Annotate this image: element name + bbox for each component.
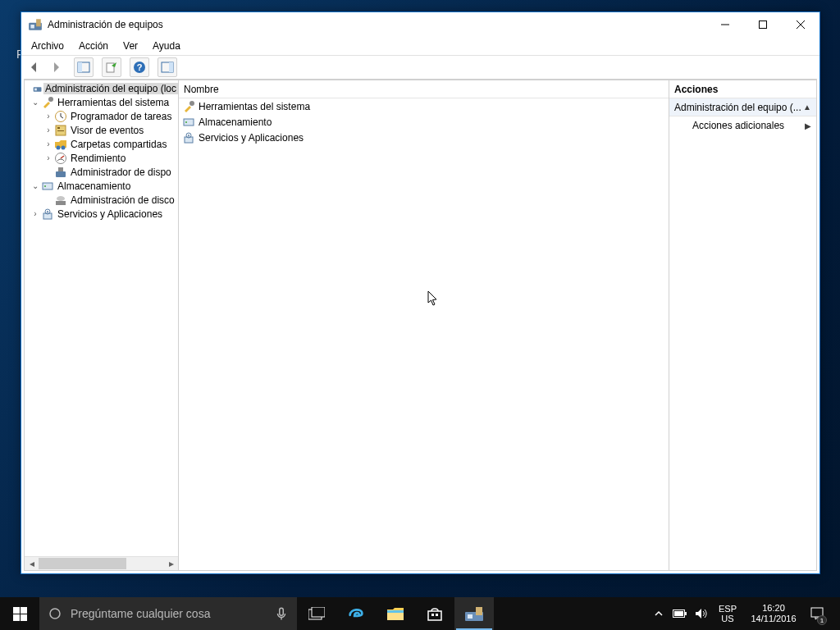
svg-rect-46 (431, 614, 434, 616)
expander-closed-icon[interactable]: › (43, 153, 54, 162)
taskbar: Pregúntame cualquier cosa ESP US 16:20 1… (0, 597, 840, 630)
chevron-right-icon: ▶ (805, 121, 811, 130)
svg-point-30 (189, 101, 194, 106)
svg-point-40 (50, 609, 60, 619)
list-pane[interactable]: Nombre Herramientas del sistema Almacena… (179, 80, 669, 571)
svg-rect-47 (436, 614, 438, 616)
svg-point-13 (48, 97, 53, 102)
app-icon (28, 17, 43, 32)
svg-point-32 (185, 121, 187, 123)
clock-icon (54, 110, 67, 123)
computer-management-icon (33, 82, 42, 95)
task-view-button[interactable] (297, 597, 336, 630)
actions-pane: Acciones Administración del equipo (... … (669, 80, 817, 571)
actions-adicionales[interactable]: Acciones adicionales ▶ (669, 116, 816, 135)
tree-visor[interactable]: › Visor de eventos (25, 123, 178, 137)
tree-rendimiento[interactable]: › Rendimiento (25, 151, 178, 165)
svg-rect-12 (34, 89, 37, 91)
microphone-icon[interactable] (274, 606, 289, 621)
expander-open-icon[interactable]: ⌄ (30, 181, 41, 190)
tray-battery-icon[interactable] (671, 597, 689, 630)
tree-almacenamiento[interactable]: ⌄ Almacenamiento (25, 179, 178, 193)
performance-icon (54, 152, 67, 165)
svg-rect-43 (312, 607, 325, 617)
tray-notifications[interactable]: 1 (806, 597, 829, 630)
svg-rect-5 (78, 62, 82, 72)
menu-ver[interactable]: Ver (116, 39, 144, 53)
storage-icon (41, 180, 54, 193)
actions-header: Acciones (669, 80, 816, 98)
show-hide-tree-button[interactable] (74, 57, 94, 77)
tray-overflow[interactable] (650, 597, 668, 630)
svg-rect-23 (43, 183, 52, 189)
tree-discos[interactable]: › Administración de disco (25, 193, 178, 207)
expander-open-icon[interactable]: ⌄ (30, 98, 41, 107)
menubar: Archivo Acción Ver Ayuda (21, 37, 819, 55)
svg-point-26 (57, 196, 65, 201)
expander-closed-icon[interactable]: › (43, 126, 54, 135)
search-placeholder: Pregúntame cualquier cosa (71, 607, 210, 620)
list-item-herramientas[interactable]: Herramientas del sistema (179, 98, 669, 114)
scroll-right-icon[interactable]: ▸ (164, 557, 178, 570)
menu-archivo[interactable]: Archivo (25, 39, 71, 53)
svg-rect-38 (13, 614, 20, 621)
actions-group[interactable]: Administración del equipo (... ▲ (669, 98, 816, 116)
tree-horizontal-scrollbar[interactable]: ◂ ▸ (25, 556, 178, 570)
menu-accion[interactable]: Acción (72, 39, 115, 53)
menu-ayuda[interactable]: Ayuda (146, 39, 187, 53)
svg-point-29 (47, 211, 48, 212)
svg-point-19 (62, 145, 66, 149)
tree-programador[interactable]: › Programador de tareas (25, 109, 178, 123)
titlebar[interactable]: Administración de equipos (21, 12, 819, 37)
svg-rect-25 (56, 201, 66, 205)
svg-rect-1 (30, 25, 34, 29)
scroll-left-icon[interactable]: ◂ (25, 557, 39, 570)
services-icon (182, 131, 195, 144)
svg-rect-16 (57, 127, 60, 129)
expander-closed-icon[interactable]: › (43, 139, 54, 148)
list-item-servicios[interactable]: Servicios y Aplicaciones (179, 130, 669, 145)
tree-dispositivos[interactable]: › Administrador de dispo (25, 165, 178, 179)
start-button[interactable] (0, 597, 39, 630)
close-button[interactable] (782, 12, 819, 37)
maximize-button[interactable] (744, 12, 782, 37)
tree-root[interactable]: ▶ Administración del equipo (loc (25, 81, 178, 95)
svg-rect-2 (36, 19, 41, 26)
svg-rect-37 (21, 607, 27, 614)
svg-rect-3 (760, 21, 767, 29)
show-hide-actions-button[interactable] (158, 57, 177, 77)
system-tray: ESP US 16:20 14/11/2016 1 (650, 597, 840, 630)
expander-closed-icon[interactable]: › (43, 112, 54, 121)
svg-point-35 (188, 135, 189, 136)
scroll-thumb[interactable] (39, 558, 126, 569)
cortana-search[interactable]: Pregúntame cualquier cosa (39, 597, 297, 630)
tray-clock[interactable]: 16:20 14/11/2016 (745, 603, 802, 624)
expander-closed-icon[interactable]: › (30, 209, 41, 218)
taskbar-mmc-app[interactable] (454, 597, 494, 630)
cortana-icon (48, 606, 62, 621)
list-header-nombre[interactable]: Nombre (179, 80, 669, 98)
help-button[interactable]: ? (130, 57, 149, 77)
svg-rect-22 (58, 167, 63, 171)
minimize-button[interactable] (706, 12, 744, 37)
taskbar-explorer[interactable] (376, 597, 415, 630)
svg-rect-36 (13, 607, 20, 614)
tree-carpetas[interactable]: › Carpetas compartidas (25, 137, 178, 151)
collapse-icon: ▲ (803, 103, 811, 112)
back-button[interactable] (25, 57, 44, 77)
taskbar-store[interactable] (415, 597, 454, 630)
export-list-button[interactable] (102, 57, 121, 77)
svg-rect-52 (685, 612, 687, 615)
toolbar: ? (21, 56, 819, 79)
window-title: Administración de equipos (48, 19, 706, 30)
svg-rect-53 (674, 611, 683, 616)
tree-herramientas[interactable]: ⌄ Herramientas del sistema (25, 95, 178, 109)
disk-management-icon (54, 194, 67, 207)
taskbar-edge[interactable] (336, 597, 376, 630)
tools-icon (182, 100, 195, 113)
tray-volume-icon[interactable] (692, 597, 710, 630)
list-item-almacenamiento[interactable]: Almacenamiento (179, 114, 669, 130)
forward-button[interactable] (46, 57, 66, 77)
tree-servicios[interactable]: › Servicios y Aplicaciones (25, 207, 178, 221)
tray-language[interactable]: ESP US (714, 604, 742, 623)
